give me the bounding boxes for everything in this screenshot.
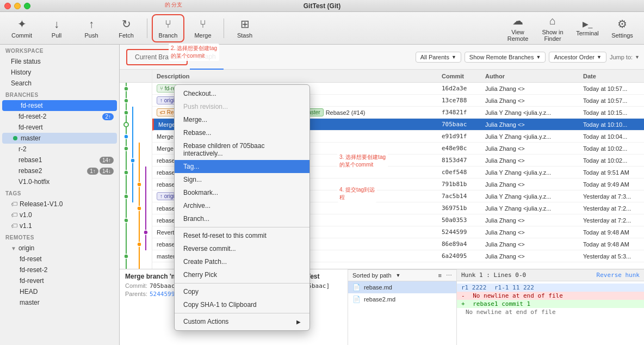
sidebar-item-r-2[interactable]: r-2 — [0, 144, 119, 155]
line-num-hunk: r1 2222 — [461, 284, 486, 291]
menu-item-copy-sha[interactable]: Copy SHA-1 to Clipboard — [175, 298, 309, 311]
pull-button[interactable]: ↓ Pull — [40, 14, 73, 42]
sidebar-item-release1[interactable]: 🏷 Release1-V1.0 — [0, 199, 119, 210]
terminal-label: Terminal — [576, 30, 599, 36]
sidebar-item-fd-reset[interactable]: fd-reset — [2, 100, 117, 111]
col-desc-header: Description — [152, 73, 437, 79]
sidebar-item-search[interactable]: Search — [0, 78, 119, 89]
more-icon[interactable]: ⋯ — [446, 272, 452, 279]
fetch-button[interactable]: ↻ Fetch — [110, 14, 143, 42]
context-menu: Checkout... Push revision... Merge... Re… — [174, 84, 310, 331]
sidebar-item-v10[interactable]: 🏷 v1.0 — [0, 210, 119, 220]
file-item[interactable]: 📄 rebase.md — [348, 281, 456, 293]
submenu-arrow-icon: ▶ — [296, 319, 301, 325]
branch-button[interactable]: ⑂ Branch — [152, 14, 184, 42]
commit-hash-14: 86e89a4 — [437, 241, 481, 248]
branch-dot — [13, 103, 17, 108]
commit-author-6: Julia Zhang <> — [481, 145, 579, 152]
sidebar-item-origin-fd-revert[interactable]: fd-revert — [0, 275, 119, 286]
stash-button[interactable]: ⊞ Stash — [228, 14, 261, 42]
tab-current-branch[interactable]: Current Branch — [126, 49, 188, 65]
menu-item-reverse[interactable]: Reverse commit... — [175, 242, 309, 255]
svg-point-6 — [124, 110, 128, 115]
finder-icon: ⌂ — [549, 15, 556, 27]
branch-label: Branch — [159, 32, 178, 39]
all-parents-select[interactable]: All Parents ▼ — [416, 52, 461, 63]
copy-sha-label: Copy SHA-1 to Clipboard — [183, 301, 257, 309]
custom-actions-label: Custom Actions — [183, 318, 228, 325]
menu-item-checkout[interactable]: Checkout... — [175, 87, 309, 100]
sidebar-item-fd-reset-2[interactable]: fd-reset-2 2↑ — [0, 111, 119, 122]
tag-icon-1: 🏷 — [11, 200, 17, 208]
fetch-icon: ↻ — [122, 17, 131, 30]
svg-point-17 — [137, 242, 141, 247]
menu-item-branch[interactable]: Branch... — [175, 212, 309, 225]
menu-item-bookmark[interactable]: Bookmark... — [175, 186, 309, 199]
sidebar-item-history[interactable]: History — [0, 67, 119, 78]
menu-item-tag[interactable]: Tag... — [175, 160, 309, 173]
rebase2-label: rebase2 — [18, 167, 42, 175]
show-in-finder-button[interactable]: ⌂ Show in Finder — [536, 14, 569, 42]
terminal-button[interactable]: ▶_ Terminal — [571, 14, 604, 42]
sidebar-item-v11[interactable]: 🏷 v1.1 — [0, 220, 119, 231]
toolbar: ✦ Commit ↓ Pull ↑ Push ↻ Fetch 1. 选择想要创建… — [0, 12, 644, 45]
sidebar-item-origin-fd-reset-2[interactable]: fd-reset-2 — [0, 264, 119, 275]
sidebar-item-origin-master[interactable]: master — [0, 297, 119, 308]
menu-item-archive[interactable]: Archive... — [175, 199, 309, 212]
view-remote-icon: ☁ — [512, 14, 523, 27]
sidebar-item-origin-fd-reset[interactable]: fd-reset — [0, 254, 119, 264]
menu-item-sign[interactable]: Sign... — [175, 173, 309, 186]
ancestor-order-select[interactable]: Ancestor Order ▼ — [549, 52, 606, 63]
sidebar-item-file-status[interactable]: File status — [0, 56, 119, 67]
menu-item-reset[interactable]: Reset fd-reset to this commit — [175, 229, 309, 242]
file-item[interactable]: 📄 rebase2.md — [348, 293, 456, 305]
sidebar-item-origin-head[interactable]: HEAD — [0, 286, 119, 297]
settings-label: Settings — [611, 32, 633, 39]
view-remote-button[interactable]: ☁ View Remote — [501, 14, 534, 42]
file-name-2: rebase2.md — [364, 296, 395, 303]
sidebar-item-fd-revert[interactable]: fd-revert — [0, 122, 119, 133]
chevron-down-icon-1: ▼ — [451, 54, 456, 60]
settings-button[interactable]: ⚙ Settings — [606, 14, 639, 42]
maximize-button[interactable] — [24, 3, 30, 9]
push-label: Push — [84, 32, 98, 39]
menu-item-rebase-children[interactable]: Rebase children of 705baac interactively… — [175, 139, 309, 160]
menu-separator-1 — [175, 227, 309, 227]
sub-tabs: Current Branch Graph — [124, 45, 224, 70]
menu-item-create-patch[interactable]: Create Patch... — [175, 255, 309, 268]
close-button[interactable] — [4, 3, 11, 9]
menu-separator-3 — [175, 313, 309, 313]
sidebar-item-rebase1[interactable]: rebase1 14↑ — [0, 155, 119, 165]
parents-label: Parents: — [125, 291, 147, 298]
sidebar-item-rebase2[interactable]: rebase2 1↑ 14↓ — [0, 165, 119, 176]
commit-author: Julia Zhang <> — [481, 85, 579, 92]
sort-icon[interactable]: ≡ — [438, 272, 442, 279]
show-remote-select[interactable]: Show Remote Branches ▼ — [465, 52, 546, 63]
file-icon-2: 📄 — [352, 295, 361, 303]
sidebar-item-v10-hotfix[interactable]: V1.0-hotfix — [0, 176, 119, 187]
menu-item-custom-actions[interactable]: Custom Actions ▶ — [175, 315, 309, 328]
svg-point-11 — [124, 170, 128, 175]
sidebar-item-origin-group[interactable]: ▼ origin — [0, 243, 119, 254]
push-button[interactable]: ↑ Push — [75, 14, 108, 42]
menu-item-merge[interactable]: Merge... — [175, 113, 309, 126]
settings-icon: ⚙ — [617, 17, 627, 30]
diff-line-hunk: r1 2222 r1-1 11 222 — [457, 284, 644, 292]
menu-item-cherry-pick[interactable]: Cherry Pick — [175, 268, 309, 281]
reverse-hunk-btn[interactable]: Reverse hunk — [597, 272, 640, 279]
tab-graph[interactable]: Graph — [190, 45, 223, 70]
menu-item-rebase[interactable]: Rebase... — [175, 126, 309, 139]
commit-author-8: Julia Y Zhang <julia.y.z... — [481, 169, 579, 176]
commit-hash-12: 50a0353 — [437, 217, 481, 224]
search-label: Search — [11, 79, 32, 87]
menu-item-copy[interactable]: Copy — [175, 285, 309, 298]
copy-label: Copy — [183, 288, 199, 295]
commit-hash-2: 13ce788 — [437, 97, 481, 104]
merge-button[interactable]: ⑂ Merge — [187, 14, 219, 42]
commit-button[interactable]: ✦ Commit — [5, 14, 38, 42]
svg-point-18 — [124, 254, 128, 258]
sidebar-item-master[interactable]: master — [2, 133, 117, 144]
checkout-label: Checkout... — [183, 90, 216, 97]
minimize-button[interactable] — [14, 3, 21, 9]
commit-author-2: Julia Zhang <> — [481, 97, 579, 104]
